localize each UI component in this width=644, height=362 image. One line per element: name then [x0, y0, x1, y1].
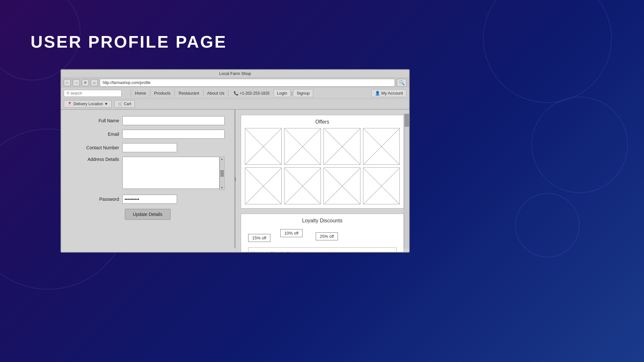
full-name-label: Full Name — [71, 118, 119, 123]
browser-toolbar: ← → ✕ ⌂ 🔍 — [61, 78, 409, 88]
discount-badges-area: 15% off 10% off 25% off — [245, 227, 400, 244]
cart-icon: 🛒 — [118, 102, 123, 106]
offer-image-2[interactable] — [284, 128, 321, 165]
cart-label: Cart — [124, 102, 131, 106]
close-button[interactable]: ✕ — [82, 79, 89, 86]
scroll-down-arrow[interactable]: ▼ — [221, 186, 223, 189]
browser-scrollbar[interactable] — [404, 113, 409, 249]
offer-image-6[interactable] — [284, 167, 321, 204]
phone-icon: 📞 — [234, 91, 238, 96]
address-row: Address Details ▲ ▼ — [71, 157, 225, 190]
sub-nav: 📍 Delivery Location ▼ 🛒 Cart — [61, 99, 409, 110]
loyalty-section: Loyalty Discounts 15% off 10% off 25% of… — [241, 214, 404, 253]
address-textarea[interactable] — [122, 157, 219, 189]
location-icon: 📍 — [67, 102, 72, 106]
address-label: Address Details — [71, 157, 119, 162]
back-button[interactable]: ← — [64, 79, 71, 86]
right-panel: Offers Loyalty Discounts 15% off — [236, 110, 409, 248]
browser-search-button[interactable]: 🔍 — [397, 79, 406, 87]
divider-dot — [235, 179, 236, 180]
offer-image-4[interactable] — [363, 128, 400, 165]
full-name-input[interactable] — [122, 116, 225, 125]
scrollbar-thumb[interactable] — [405, 114, 409, 127]
panel-divider — [235, 110, 236, 248]
profile-panel: Full Name Email Contact Number Address D… — [61, 110, 235, 248]
phone-number: +1-202-253-1825 — [240, 91, 269, 96]
email-row: Email — [71, 130, 225, 139]
home-button[interactable]: ⌂ — [91, 79, 98, 86]
forward-button[interactable]: → — [73, 79, 80, 86]
update-btn-area: Update Details — [71, 209, 225, 220]
nav-links: Home Products Restaurant About Us — [131, 89, 229, 97]
search-input[interactable] — [70, 91, 116, 96]
contact-row: Contact Number — [71, 143, 225, 152]
password-label: Password — [71, 197, 119, 202]
divider-dot — [235, 177, 236, 179]
signup-button[interactable]: Signup — [293, 89, 313, 97]
contact-input[interactable] — [122, 143, 177, 152]
scroll-up-arrow[interactable]: ▲ — [221, 158, 223, 161]
offer-image-1[interactable] — [245, 128, 282, 165]
chevron-down-icon: ▼ — [104, 102, 108, 106]
scroll-thumb[interactable] — [220, 170, 224, 177]
browser-title-bar: Local Farm Shop — [61, 70, 409, 78]
nav-home[interactable]: Home — [131, 89, 150, 97]
my-account-label: My Account — [381, 91, 403, 96]
password-input[interactable] — [122, 195, 177, 204]
address-textarea-wrapper: ▲ ▼ — [122, 157, 225, 190]
search-icon: ⚲ — [67, 91, 69, 95]
loyalty-title: Loyalty Discounts — [245, 218, 400, 224]
search-box: ⚲ — [64, 90, 122, 97]
offers-section: Offers — [241, 115, 404, 209]
discount-badge-25[interactable]: 25% off — [316, 232, 338, 240]
login-signup-area: Login | Signup — [274, 89, 313, 97]
discount-badge-10[interactable]: 10% off — [280, 229, 303, 237]
loyalty-video-area: How to avail loyalty discounts ⏮ ▶ ⏭ — [248, 247, 397, 253]
nav-products[interactable]: Products — [150, 89, 175, 97]
delivery-location-button[interactable]: 📍 Delivery Location ▼ — [64, 100, 112, 108]
nav-bar: ⚲ Home Products Restaurant About Us 📞 +1… — [61, 88, 409, 99]
offer-image-3[interactable] — [323, 128, 360, 165]
nav-restaurant[interactable]: Restaurant — [175, 89, 203, 97]
my-account-button[interactable]: 👤 My Account — [371, 89, 406, 97]
offers-grid — [245, 128, 400, 204]
offer-image-7[interactable] — [323, 167, 360, 204]
bg-decor-5 — [515, 193, 580, 257]
url-bar[interactable] — [100, 79, 395, 87]
page-title: USER PROFILE PAGE — [31, 32, 227, 51]
browser-window: Local Farm Shop ← → ✕ ⌂ 🔍 ⚲ Home Product… — [61, 69, 410, 253]
discount-badge-15[interactable]: 15% off — [248, 234, 271, 242]
contact-label: Contact Number — [71, 145, 119, 150]
full-name-row: Full Name — [71, 116, 225, 125]
textarea-scrollbar[interactable]: ▲ ▼ — [219, 157, 225, 190]
password-row: Password — [71, 195, 225, 204]
bg-decor-3 — [483, 0, 612, 103]
person-icon: 👤 — [375, 91, 380, 96]
loyalty-video-text: How to avail loyalty discounts — [251, 250, 394, 253]
nav-about[interactable]: About Us — [203, 89, 229, 97]
phone-area: 📞 +1-202-253-1825 — [234, 91, 269, 96]
email-input[interactable] — [122, 130, 225, 139]
email-label: Email — [71, 132, 119, 137]
browser-title: Local Farm Shop — [219, 71, 251, 76]
divider-dot — [235, 180, 236, 181]
delivery-location-label: Delivery Location — [73, 102, 103, 106]
login-button[interactable]: Login — [274, 89, 291, 97]
bg-decor-4 — [531, 97, 628, 193]
cart-button[interactable]: 🛒 Cart — [114, 100, 135, 108]
offer-image-8[interactable] — [363, 167, 400, 204]
content-area: Full Name Email Contact Number Address D… — [61, 110, 409, 248]
update-details-button[interactable]: Update Details — [125, 209, 171, 220]
offer-image-5[interactable] — [245, 167, 282, 204]
offers-title: Offers — [245, 119, 400, 125]
login-signup-divider: | — [291, 89, 293, 97]
